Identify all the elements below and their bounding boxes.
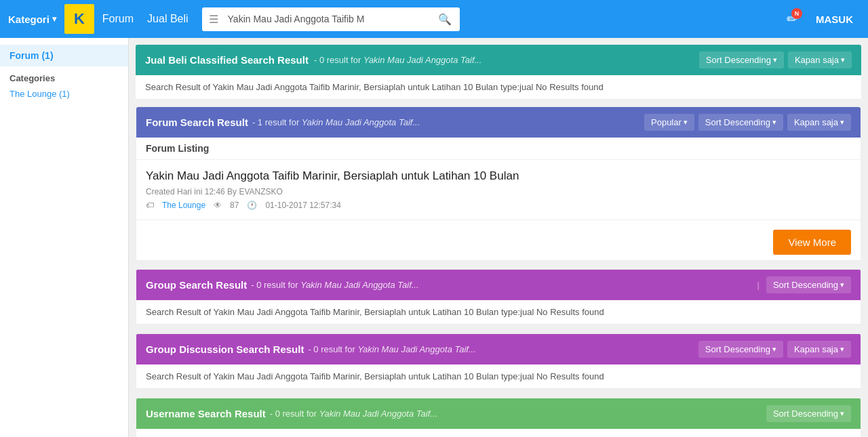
nav-jual-beli[interactable]: Jual Beli [147,13,188,25]
forum-kapan-button[interactable]: Kapan saja ▾ [787,114,851,131]
forum-post-meta: Created Hari ini 12:46 By EVANZSKO [146,187,851,196]
jual-beli-kapan-button[interactable]: Kapan saja ▾ [788,51,852,68]
forum-post: Yakin Mau Jadi Anggota Taifib Marinir, B… [136,160,861,220]
tag-icon: 🏷 [146,201,154,210]
popular-chevron-icon: ▾ [684,118,688,127]
group-disc-result: - 0 result for Yakin Mau Jadi Anggota Ta… [308,344,475,354]
header-right: ✏ N MASUK [787,9,860,29]
sidebar: Forum (1) Categories The Lounge (1) [0,38,129,437]
clock-icon: 🕐 [247,201,257,210]
jual-beli-title: Jual Beli Classified Search Result [145,54,309,66]
forum-search-title: Forum Search Result [146,117,248,128]
group-search-title: Group Search Result [146,279,247,291]
username-search-result: - 0 result for Yakin Mau Jadi Anggota Ta… [270,409,437,419]
sidebar-item-forum[interactable]: Forum (1) [0,45,128,66]
jual-beli-content: Search Result of Yakin Mau Jadi Anggota … [136,75,861,100]
sidebar-item-the-lounge[interactable]: The Lounge (1) [0,86,128,102]
username-search-section: Username Search Result - 0 result for Ya… [136,398,861,437]
username-sort-right: Sort Descending ▾ [766,405,851,422]
group-sort-button[interactable]: Sort Descending ▾ [766,276,851,293]
jual-beli-result-prefix: - 0 result for Yakin Mau Jadi Anggota Ta… [314,55,481,65]
username-search-content: Search Result of Yakin Mau Jadi Anggota … [136,429,861,437]
forum-sort-chevron-icon: ▾ [772,118,776,127]
group-sort-right: | Sort Descending ▾ [757,276,851,293]
username-search-title: Username Search Result [146,408,266,419]
search-button[interactable]: 🔍 [430,7,460,31]
group-search-header: Group Search Result - 0 result for Yakin… [136,270,861,300]
forum-kapan-chevron-icon: ▾ [840,118,844,127]
view-more-button[interactable]: View More [773,230,851,255]
main-nav: Forum Jual Beli [102,13,189,25]
nav-forum[interactable]: Forum [102,13,134,25]
kategori-button[interactable]: Kategori ▾ [8,14,56,25]
kapan-chevron-icon: ▾ [841,56,845,64]
forum-post-tags: 🏷 The Lounge 👁 87 🕐 01-10-2017 12:57:34 [146,201,851,210]
forum-search-result: - 1 result for Yakin Mau Jadi Anggota Ta… [252,117,420,127]
group-disc-search-section: Group Discussion Search Result - 0 resul… [136,333,861,390]
forum-listing-header: Forum Listing [136,138,861,160]
views-icon: 👁 [214,201,222,210]
layout: Forum (1) Categories The Lounge (1) Jual… [0,38,868,437]
view-more-row: View More [136,220,861,260]
group-disc-sort-button[interactable]: Sort Descending ▾ [698,341,783,358]
forum-post-title[interactable]: Yakin Mau Jadi Anggota Taifib Marinir, B… [146,169,851,183]
group-disc-sort-right: Sort Descending ▾ Kapan saja ▾ [698,341,851,358]
header: Kategori ▾ K Forum Jual Beli ☰ 🔍 ✏ N MAS… [0,0,868,38]
group-disc-kapan-chevron-icon: ▾ [840,345,844,354]
main-content: Jual Beli Classified Search Result - 0 r… [129,38,868,437]
search-bar: ☰ 🔍 [202,7,460,31]
forum-post-date: 01-10-2017 12:57:34 [265,201,340,210]
search-input[interactable] [225,8,430,30]
forum-post-tag-lounge[interactable]: The Lounge [162,201,205,210]
group-disc-search-content: Search Result of Yakin Mau Jadi Anggota … [136,365,861,389]
forum-popular-button[interactable]: Popular ▾ [644,114,694,131]
kategori-chevron-icon: ▾ [52,14,56,24]
forum-post-views: 87 [230,201,239,210]
forum-sort-button[interactable]: Sort Descending ▾ [698,114,783,131]
forum-search-header: Forum Search Result - 1 result for Yakin… [136,107,861,138]
forum-search-section: Forum Search Result - 1 result for Yakin… [136,106,861,261]
group-search-content: Search Result of Yakin Mau Jadi Anggota … [136,300,861,325]
username-sort-chevron-icon: ▾ [840,409,844,418]
group-divider: | [757,280,759,290]
group-search-result: - 0 result for Yakin Mau Jadi Anggota Ta… [251,280,418,290]
site-logo[interactable]: K [64,4,94,34]
group-disc-sort-chevron-icon: ▾ [772,345,776,354]
group-disc-title: Group Discussion Search Result [146,344,304,355]
group-disc-kapan-button[interactable]: Kapan saja ▾ [787,341,851,358]
forum-sort-right: Popular ▾ Sort Descending ▾ Kapan saja ▾ [644,114,851,131]
sort-chevron-icon: ▾ [773,56,777,64]
jual-beli-sort-right: Sort Descending ▾ Kapan saja ▾ [699,51,852,68]
menu-icon[interactable]: ☰ [202,7,225,31]
jual-beli-header: Jual Beli Classified Search Result - 0 r… [136,45,861,75]
masuk-button[interactable]: MASUK [809,9,860,29]
group-search-section: Group Search Result - 0 result for Yakin… [136,269,861,325]
sidebar-categories-label: Categories [0,66,128,86]
notif-badge: N [791,8,802,19]
jual-beli-sort-button[interactable]: Sort Descending ▾ [699,51,784,68]
group-disc-search-header: Group Discussion Search Result - 0 resul… [136,334,861,365]
jual-beli-section: Jual Beli Classified Search Result - 0 r… [136,45,861,100]
username-search-header: Username Search Result - 0 result for Ya… [136,398,861,429]
group-sort-chevron-icon: ▾ [840,280,844,289]
kategori-label: Kategori [8,14,50,25]
notification-icon[interactable]: ✏ N [787,11,798,27]
username-sort-button[interactable]: Sort Descending ▾ [766,405,851,422]
